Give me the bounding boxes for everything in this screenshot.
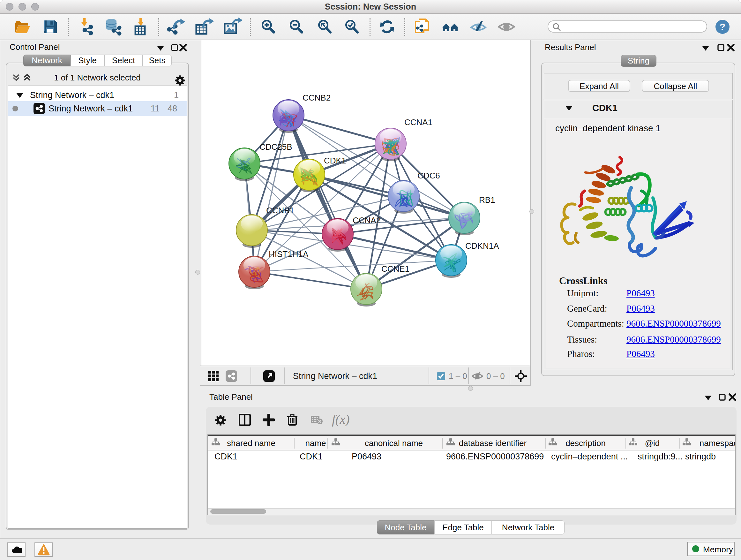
svg-text:CDC25B: CDC25B [259, 142, 292, 152]
svg-text:?: ? [720, 21, 725, 32]
svg-text:CCNE1: CCNE1 [381, 264, 409, 273]
svg-text:RB1: RB1 [479, 195, 495, 205]
svg-text:CDK1: CDK1 [324, 156, 346, 165]
svg-text:CCNA1: CCNA1 [404, 118, 432, 127]
svg-text:CCNB2: CCNB2 [302, 93, 331, 103]
svg-text:CCNA2: CCNA2 [353, 215, 381, 225]
svg-text:CCNB1: CCNB1 [266, 206, 294, 215]
svg-text:HIST1H1A: HIST1H1A [269, 249, 309, 259]
svg-text:CDKN1A: CDKN1A [465, 241, 499, 251]
svg-text:CDC6: CDC6 [417, 171, 440, 180]
